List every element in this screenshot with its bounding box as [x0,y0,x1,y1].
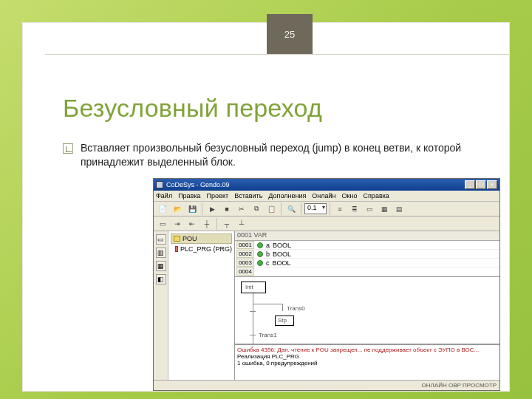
bullet-item: Вставляет произвольный безусловный перех… [63,141,480,169]
var-id: 0004 [236,267,254,276]
window-controls: _ □ × [465,180,497,189]
page-number-badge: 25 [267,14,313,54]
var-id: 0002 [236,250,254,258]
gutter-icon[interactable]: ▭ [156,234,166,245]
tree-root-label: POU [183,235,197,242]
slide-title: Безусловный переход [63,94,322,123]
tool-icon[interactable]: ▭ [363,203,376,215]
sfc-wire [253,293,253,304]
toolbar-1: 📄 📂 💾 ▶ ■ ✂ ⧉ 📋 🔍 0.1 ≡ ≣ ▭ ▦ ▤ [154,202,499,216]
var-row[interactable]: 0002 b BOOL [235,250,499,259]
tool-icon[interactable]: ≡ [333,203,347,215]
copy-icon[interactable]: ⧉ [250,203,263,215]
var-type: BOOL [273,242,291,249]
message-console[interactable]: Ошибка 4356: Дан. чтение к POU запрещен.… [235,344,499,380]
sfc-step-label: Stp [278,317,287,324]
menu-window[interactable]: Окно [342,192,358,200]
slide-card: 25 Безусловный переход Вставляет произво… [22,22,510,392]
stop-icon[interactable]: ■ [220,203,233,215]
separator [281,203,282,215]
var-name: a [266,242,270,249]
titlebar[interactable]: CoDeSys - Gendo.09 _ □ × [154,179,499,191]
var-name: b [266,250,270,258]
sfc-icon[interactable]: ▭ [156,218,169,230]
tree-root[interactable]: POU [171,233,232,244]
var-list[interactable]: 0001 a BOOL 0002 b BOOL 0003 c [235,241,499,277]
menu-project[interactable]: Проект [207,192,229,200]
toolbar-2: ▭ ⇥ ⇤ ┼ ┬ ┴ [154,216,499,231]
bullet-text: Вставляет произвольный безусловный перех… [81,141,480,169]
app-window: CoDeSys - Gendo.09 _ □ × Файл Правка Про… [153,178,500,391]
tool-icon[interactable]: ▤ [392,203,406,215]
sfc-icon[interactable]: ⇥ [171,218,184,230]
menu-help[interactable]: Справка [364,192,389,200]
status-text: ОНЛАЙН OВР ПРОСМОТР [422,382,497,389]
cut-icon[interactable]: ✂ [235,203,248,215]
separator [202,203,202,215]
close-button[interactable]: × [487,180,497,189]
tree-item-label: PLC_PRG (PRG) [180,245,232,253]
pou-icon [175,246,178,252]
sfc-wire [253,304,282,304]
gutter-icon[interactable]: ◧ [156,274,166,284]
zoom-combo[interactable]: 0.1 [304,203,327,214]
find-icon[interactable]: 🔍 [284,203,298,215]
var-row[interactable]: 0004 [235,267,499,276]
page-number: 25 [284,29,295,40]
menu-online[interactable]: Онлайн [312,192,335,200]
menubar: Файл Правка Проект Вставить Дополнения О… [154,191,499,202]
gutter-icon[interactable]: ▦ [156,261,166,271]
separator [330,203,330,215]
var-status-icon [257,242,263,248]
var-row[interactable]: 0001 a BOOL [235,241,499,250]
tree-item-plc-prg[interactable]: PLC_PRG (PRG) [171,245,232,253]
console-line: Реализация PLC_PRG [237,353,497,360]
tool-icon[interactable]: ▦ [378,203,391,215]
var-row[interactable]: 0003 c BOOL [235,259,499,267]
project-tree[interactable]: POU PLC_PRG (PRG) [168,231,235,380]
var-id: 0003 [236,259,254,267]
gutter-icon[interactable]: ▥ [156,248,166,258]
sfc-wire [282,304,283,311]
sfc-icon[interactable]: ┼ [200,218,214,230]
save-icon[interactable]: 💾 [185,203,199,215]
window-title: CoDeSys - Gendo.09 [166,181,230,188]
var-header: 0001 VAR [235,231,499,241]
sfc-wire [253,311,253,321]
separator [216,218,217,230]
bullet-marker-icon [63,143,73,154]
var-type: BOOL [273,259,291,267]
sfc-init-label: Init [245,284,253,290]
editor-area: 0001 VAR 0001 a BOOL 0002 b BOOL [235,231,499,380]
sfc-trans1-label: Trans1 [259,332,277,338]
app-icon [156,181,163,188]
menu-insert[interactable]: Вставить [234,192,262,200]
header-rule [45,54,509,55]
folder-icon [174,236,180,242]
minimize-button[interactable]: _ [465,180,475,189]
tool-icon[interactable]: ≣ [348,203,361,215]
app-body: ▭ ▥ ▦ ◧ POU PLC_PRG (PRG) 0001 VAR [154,231,499,380]
status-bar: ОНЛАЙН OВР ПРОСМОТР [154,380,499,390]
sfc-wire [253,335,253,344]
var-status-icon [257,260,263,266]
zoom-value: 0.1 [307,204,317,211]
paste-icon[interactable]: 📋 [265,203,278,215]
menu-extras[interactable]: Дополнения [268,192,306,200]
open-icon[interactable]: 📂 [171,203,184,215]
new-file-icon[interactable]: 📄 [156,203,169,215]
separator [301,203,301,215]
sfc-icon[interactable]: ⇤ [185,218,199,230]
run-icon[interactable]: ▶ [205,203,219,215]
menu-file[interactable]: Файл [156,192,172,200]
var-type: BOOL [273,250,291,258]
sfc-jump-arrow-icon: → [248,344,254,350]
sfc-diagram[interactable]: Init Trans0 Stp Trans1 → [235,277,499,344]
sfc-icon[interactable]: ┬ [220,218,233,230]
left-gutter: ▭ ▥ ▦ ◧ [154,231,168,380]
sfc-trans0-label: Trans0 [287,305,305,312]
maximize-button[interactable]: □ [476,180,486,189]
menu-edit[interactable]: Правка [178,192,200,200]
console-summary-line: 1 ошибка, 0 предупреждений [237,360,497,366]
sfc-icon[interactable]: ┴ [235,218,248,230]
